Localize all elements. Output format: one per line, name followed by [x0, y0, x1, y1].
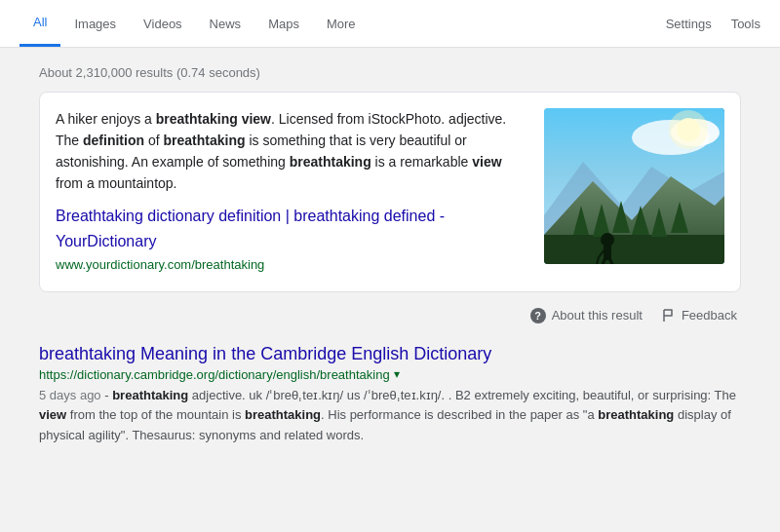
nav-item-maps[interactable]: Maps [254, 0, 313, 47]
nav-item-all[interactable]: All [20, 0, 60, 47]
nav-item-news[interactable]: News [196, 0, 255, 47]
results-area: About 2,310,000 results (0.74 seconds) A… [20, 48, 760, 476]
nav-right: Settings Tools [666, 0, 760, 47]
featured-image-svg [544, 108, 724, 264]
featured-result-url: www.yourdictionary.com/breathtaking [56, 255, 528, 276]
featured-card: A hiker enjoys a breathtaking view. Lice… [39, 92, 741, 292]
nav-items: All Images Videos News Maps More [20, 0, 370, 47]
feedback-icon [662, 309, 676, 323]
result-item-cambridge: breathtaking Meaning in the Cambridge En… [39, 335, 741, 458]
result-date: 5 days ago [39, 388, 101, 402]
results-count: About 2,310,000 results (0.74 seconds) [39, 57, 741, 92]
nav-tools[interactable]: Tools [731, 0, 760, 47]
about-icon: ? [530, 308, 546, 323]
nav-item-more[interactable]: More [313, 0, 370, 47]
feedback-button[interactable]: Feedback [662, 308, 737, 323]
result-url-row: https://dictionary.cambridge.org/diction… [39, 367, 741, 382]
featured-text: A hiker enjoys a breathtaking view. Lice… [56, 108, 528, 276]
result-url-arrow: ▾ [394, 367, 400, 381]
featured-snippet: A hiker enjoys a breathtaking view. Lice… [56, 108, 528, 194]
result-title-cambridge[interactable]: breathtaking Meaning in the Cambridge En… [39, 344, 491, 363]
result-snippet-cambridge: 5 days ago - breathtaking adjective. uk … [39, 386, 741, 446]
nav-item-videos[interactable]: Videos [130, 0, 196, 47]
about-result-label: About this result [552, 308, 643, 323]
result-url-cambridge: https://dictionary.cambridge.org/diction… [39, 367, 390, 382]
feedback-label: Feedback [682, 308, 737, 323]
featured-image [544, 108, 724, 264]
nav-item-images[interactable]: Images [60, 0, 130, 47]
nav-settings[interactable]: Settings [666, 0, 712, 47]
svg-point-14 [601, 233, 614, 247]
svg-rect-7 [544, 235, 724, 264]
featured-result-link[interactable]: Breathtaking dictionary definition | bre… [56, 204, 528, 253]
top-nav: All Images Videos News Maps More Setting… [0, 0, 780, 48]
svg-point-4 [669, 110, 708, 149]
about-result-button[interactable]: ? About this result [530, 308, 643, 323]
meta-row: ? About this result Feedback [39, 300, 741, 335]
